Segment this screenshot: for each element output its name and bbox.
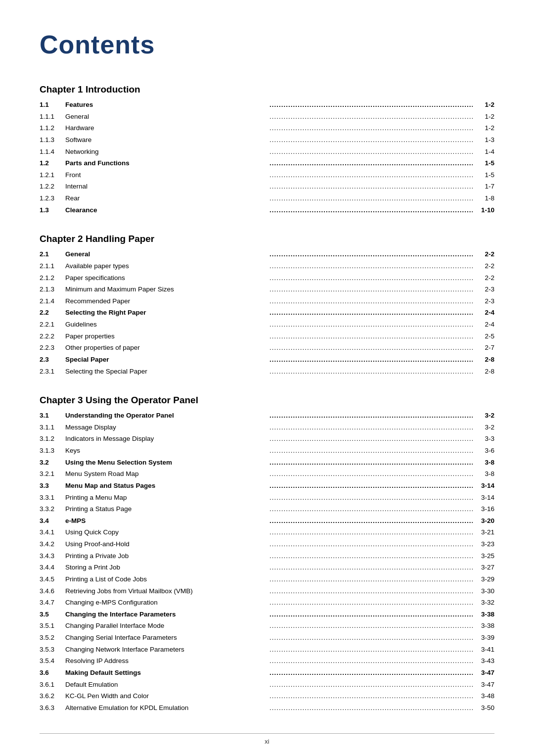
toc-page: 3-43 [473, 655, 494, 667]
toc-number: 2.1.4 [40, 295, 65, 307]
toc-page: 3-30 [473, 585, 494, 597]
toc-entry: 3.1.1Message Display ...................… [40, 422, 494, 433]
toc-number: 3.1.1 [40, 422, 65, 433]
toc-entry: 1.3Clearance ...........................… [40, 204, 494, 216]
toc-entry: 2.1.2Paper specifications ..............… [40, 272, 494, 284]
toc-dots: ........................................… [267, 342, 473, 354]
toc-entry: 3.6.2KC-GL Pen Width and Color .........… [40, 690, 494, 702]
toc-entry: 3.2Using the Menu Selection System .....… [40, 457, 494, 469]
toc-dots: ........................................… [267, 526, 473, 538]
toc-number: 2.2.1 [40, 319, 65, 331]
toc-number: 3.4.6 [40, 585, 65, 597]
toc-label: Using the Menu Selection System [65, 457, 267, 469]
toc-entry: 3.4.1Using Quick Copy ..................… [40, 526, 494, 538]
toc-dots: ........................................… [267, 192, 473, 204]
toc-number: 3.5 [40, 609, 65, 620]
toc-dots: ........................................… [267, 550, 473, 562]
toc-label: Retrieving Jobs from Virtual Mailbox (VM… [65, 585, 267, 597]
toc-number: 1.2 [40, 157, 65, 169]
toc-dots: ........................................… [267, 480, 473, 492]
toc-dots: ........................................… [267, 503, 473, 515]
toc-dots: ........................................… [267, 248, 473, 260]
chapter-heading-1: Chapter 1 Introduction [40, 84, 494, 95]
toc-page: 3-8 [473, 457, 494, 469]
toc-entry: 1.2Parts and Functions .................… [40, 157, 494, 169]
toc-entry: 1.1.3Software ..........................… [40, 134, 494, 146]
toc-page: 1-7 [473, 181, 494, 192]
toc-label: Recommended Paper [65, 295, 267, 307]
toc-number: 3.6.3 [40, 702, 65, 714]
toc-number: 3.5.4 [40, 655, 65, 667]
toc-entry: 3.4.4Storing a Print Job ...............… [40, 562, 494, 573]
page-title: Contents [40, 30, 494, 59]
toc-entry: 1.2.1Front .............................… [40, 169, 494, 181]
toc-page: 3-14 [473, 480, 494, 492]
toc-number: 1.2.1 [40, 169, 65, 181]
toc-label: Clearance [65, 204, 267, 216]
toc-page: 3-2 [473, 410, 494, 422]
toc-page: 2-4 [473, 319, 494, 331]
toc-entry: 2.3.1Selecting the Special Paper .......… [40, 366, 494, 378]
toc-number: 1.2.3 [40, 192, 65, 204]
toc-entry: 3.4.2Using Proof-and-Hold ..............… [40, 538, 494, 550]
toc-number: 3.1.2 [40, 433, 65, 445]
toc-page: 2-2 [473, 248, 494, 260]
toc-entry: 3.3Menu Map and Status Pages ...........… [40, 480, 494, 492]
toc-page: 3-47 [473, 679, 494, 691]
toc-label: Keys [65, 445, 267, 457]
page-divider [40, 733, 494, 734]
toc-dots: ........................................… [267, 573, 473, 585]
toc-number: 3.4.1 [40, 526, 65, 538]
toc-number: 2.2 [40, 307, 65, 319]
toc-page: 1-4 [473, 146, 494, 158]
toc-label: Available paper types [65, 260, 267, 272]
toc-number: 3.4.5 [40, 573, 65, 585]
toc-number: 1.1 [40, 99, 65, 111]
toc-dots: ........................................… [267, 644, 473, 656]
toc-entry: 3.4.5Printing a List of Code Jobs ......… [40, 573, 494, 585]
toc-entry: 3.5.2Changing Serial Interface Parameter… [40, 632, 494, 644]
toc-label: Paper properties [65, 331, 267, 342]
chapter-section-3: Chapter 3 Using the Operator Panel3.1Und… [40, 395, 494, 713]
toc-entry: 1.2.2Internal ..........................… [40, 181, 494, 192]
toc-dots: ........................................… [267, 597, 473, 609]
toc-page: 3-29 [473, 573, 494, 585]
toc-label: Printing a Menu Map [65, 492, 267, 504]
toc-dots: ........................................… [267, 260, 473, 272]
toc-label: Printing a Status Page [65, 503, 267, 515]
toc-label: Storing a Print Job [65, 562, 267, 573]
toc-page: 2-3 [473, 284, 494, 295]
toc-page: 2-8 [473, 366, 494, 378]
toc-label: Networking [65, 146, 267, 158]
toc-page: 2-4 [473, 307, 494, 319]
toc-page: 3-41 [473, 644, 494, 656]
toc-number: 2.1.3 [40, 284, 65, 295]
toc-entry: 3.5.4Resolving IP Address ..............… [40, 655, 494, 667]
toc-dots: ........................................… [267, 157, 473, 169]
toc-dots: ........................................… [267, 609, 473, 620]
toc-number: 3.4 [40, 515, 65, 527]
toc-dots: ........................................… [267, 99, 473, 111]
toc-number: 2.2.3 [40, 342, 65, 354]
toc-dots: ........................................… [267, 331, 473, 342]
chapter-section-1: Chapter 1 Introduction1.1Features ......… [40, 84, 494, 216]
toc-dots: ........................................… [267, 515, 473, 527]
toc-label: Changing Serial Interface Parameters [65, 632, 267, 644]
toc-label: Menu Map and Status Pages [65, 480, 267, 492]
toc-number: 3.4.4 [40, 562, 65, 573]
toc-page: 1-5 [473, 169, 494, 181]
toc-entry: 3.1.2Indicators in Message Display .....… [40, 433, 494, 445]
toc-dots: ........................................… [267, 410, 473, 422]
chapter-heading-2: Chapter 2 Handling Paper [40, 234, 494, 244]
toc-page: 3-50 [473, 702, 494, 714]
toc-dots: ........................................… [267, 433, 473, 445]
toc-label: Changing Parallel Interface Mode [65, 620, 267, 632]
chapter-section-2: Chapter 2 Handling Paper2.1General .....… [40, 234, 494, 377]
toc-number: 1.1.2 [40, 122, 65, 134]
toc-label: Selecting the Right Paper [65, 307, 267, 319]
toc-entry: 3.6.3Alternative Emulation for KPDL Emul… [40, 702, 494, 714]
toc-page: 1-2 [473, 111, 494, 123]
toc-page: 3-6 [473, 445, 494, 457]
toc-entry: 2.1.4Recommended Paper .................… [40, 295, 494, 307]
toc-page: 1-3 [473, 134, 494, 146]
